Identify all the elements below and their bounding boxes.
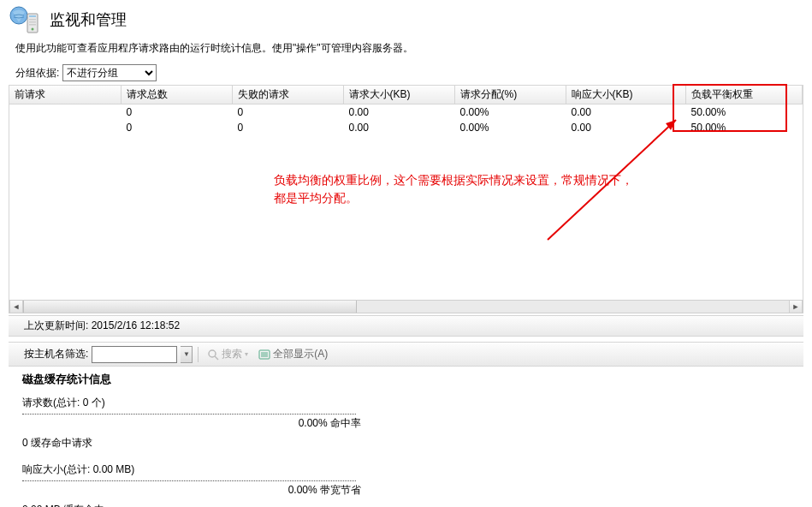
- bandwidth-saving: 0.00% 带宽节省: [22, 483, 365, 498]
- chevron-down-icon: ▾: [245, 350, 248, 358]
- filter-toolbar: 按主机名筛选: ▼ 搜索 ▾ 全部显示(A): [9, 342, 803, 367]
- requests-total: 请求数(总计: 0 个): [22, 396, 803, 410]
- stats-divider: [22, 414, 356, 415]
- cache-hit-mb: 0.00 MB 缓存命中: [22, 503, 803, 507]
- horizontal-scrollbar[interactable]: ◄ ►: [9, 300, 803, 313]
- table-row[interactable]: 0 0 0.00 0.00% 0.00 50.00%: [9, 104, 803, 121]
- search-icon: [207, 349, 219, 361]
- stats-title: 磁盘缓存统计信息: [22, 372, 803, 387]
- disk-cache-stats: 磁盘缓存统计信息 请求数(总计: 0 个) 0.00% 命中率 0 缓存命中请求…: [0, 367, 812, 507]
- page-title: 监视和管理: [50, 9, 127, 30]
- group-by-label: 分组依据:: [15, 66, 59, 81]
- scroll-right-icon[interactable]: ►: [789, 301, 803, 313]
- scroll-left-icon[interactable]: ◄: [9, 301, 23, 313]
- group-by-select[interactable]: 不进行分组: [62, 64, 157, 81]
- svg-line-8: [215, 356, 218, 360]
- toolbar-separator: [198, 347, 199, 362]
- hit-rate: 0.00% 命中率: [22, 416, 365, 431]
- filter-dropdown-icon[interactable]: ▼: [181, 346, 193, 363]
- filter-input[interactable]: [92, 346, 177, 363]
- cache-hit-requests: 0 缓存命中请求: [22, 436, 803, 450]
- group-by-row: 分组依据: 不进行分组: [0, 64, 812, 85]
- page-header: 监视和管理: [0, 0, 812, 38]
- page-description: 使用此功能可查看应用程序请求路由的运行时统计信息。使用"操作"可管理内容服务器。: [0, 38, 812, 64]
- table-row[interactable]: 0 0 0.00 0.00% 0.00 50.00%: [9, 120, 803, 135]
- filter-label: 按主机名筛选:: [24, 347, 88, 361]
- col-response-size[interactable]: 响应大小(KB): [566, 86, 685, 104]
- show-all-icon: [258, 349, 270, 361]
- col-request-size[interactable]: 请求大小(KB): [343, 86, 454, 104]
- col-request-alloc[interactable]: 请求分配(%): [454, 86, 566, 104]
- monitoring-table: 前请求 请求总数 失败的请求 请求大小(KB) 请求分配(%) 响应大小(KB)…: [9, 85, 803, 135]
- col-failed-requests[interactable]: 失败的请求: [232, 86, 343, 104]
- scroll-thumb[interactable]: [23, 301, 357, 313]
- stats-requests-block: 请求数(总计: 0 个) 0.00% 命中率 0 缓存命中请求: [22, 396, 803, 450]
- header-icons: [9, 5, 41, 34]
- svg-rect-4: [29, 21, 36, 23]
- svg-rect-2: [29, 15, 36, 17]
- col-load-balance-weight[interactable]: 负载平衡权重: [685, 86, 803, 104]
- col-prev-requests[interactable]: 前请求: [9, 86, 121, 104]
- svg-point-7: [209, 350, 216, 357]
- last-update-label: 上次更新时间:: [24, 319, 88, 331]
- scroll-track[interactable]: [357, 301, 789, 313]
- col-total-requests[interactable]: 请求总数: [121, 86, 232, 104]
- stats-divider: [22, 480, 356, 481]
- upper-panel-space: [9, 135, 803, 300]
- svg-point-6: [32, 28, 34, 31]
- response-total: 响应大小(总计: 0.00 MB): [22, 462, 803, 477]
- show-all-button[interactable]: 全部显示(A): [255, 345, 331, 363]
- search-button[interactable]: 搜索 ▾: [204, 345, 252, 363]
- stats-response-block: 响应大小(总计: 0.00 MB) 0.00% 带宽节省 0.00 MB 缓存命…: [22, 462, 803, 507]
- svg-rect-5: [29, 24, 36, 26]
- svg-rect-3: [29, 19, 36, 21]
- last-update-value: 2015/2/16 12:18:52: [92, 319, 180, 331]
- last-update-bar-1: 上次更新时间: 2015/2/16 12:18:52: [9, 315, 803, 337]
